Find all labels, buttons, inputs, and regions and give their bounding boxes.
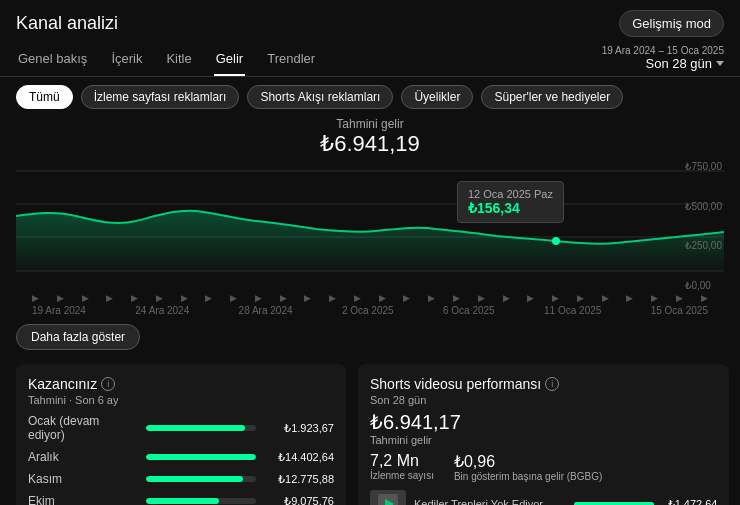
filter-superler[interactable]: Süper'ler ve hediyeler [481,85,623,109]
chart-area: Tahmini gelir ₺6.941,19 12 Oca 20 [0,117,740,318]
video-row-0: Kediler Trenleri Yok Ediyor ₺1.472,64 [370,490,717,505]
y-axis: ₺750,00 ₺500,00 ₺250,00 ₺0,00 [685,161,724,291]
filter-all[interactable]: Tümü [16,85,73,109]
shorts-stat-1: ₺0,96 Bin gösterim başına gelir (BGBG) [454,452,602,482]
earnings-title: Kazancınız i [28,376,334,392]
earnings-card: Kazancınız i Tahmini · Son 6 ay Ocak (de… [16,364,346,505]
shorts-big-value: ₺6.941,17 [370,410,717,434]
tab-trendler[interactable]: Trendler [265,43,317,76]
shorts-card: Shorts videosu performansı i Son 28 gün … [358,364,729,505]
advanced-mode-button[interactable]: Gelişmiş mod [619,10,724,37]
chart-tooltip: 12 Oca 2025 Paz ₺156,34 [457,181,564,223]
filter-izleme[interactable]: İzleme sayfası reklamları [81,85,240,109]
video-title-0: Kediler Trenleri Yok Ediyor [414,498,566,505]
tooltip-value: ₺156,34 [468,200,553,216]
earnings-row-3: Ekim ₺9.075,76 [28,494,334,505]
chart-wrapper: 12 Oca 2025 Paz ₺156,34 ₺750,00 ₺500,00 … [16,161,724,291]
earnings-info-icon[interactable]: i [101,377,115,391]
chevron-down-icon [716,61,724,66]
earnings-row-2: Kasım ₺12.775,88 [28,472,334,486]
show-more-button[interactable]: Daha fazla göster [16,324,140,350]
chart-main-value: ₺6.941,19 [16,131,724,157]
shorts-stat-0: 7,2 Mn İzlenme sayısı [370,452,434,482]
chart-label: Tahmini gelir [16,117,724,131]
shorts-subtitle: Son 28 gün [370,394,717,406]
tab-kitle[interactable]: Kitle [164,43,193,76]
date-range-small: 19 Ara 2024 – 15 Oca 2025 [602,45,724,56]
tab-genel-bakis[interactable]: Genel bakış [16,43,89,76]
filter-bar: Tümü İzleme sayfası reklamları Shorts Ak… [0,77,740,117]
shorts-stats-row: 7,2 Mn İzlenme sayısı ₺0,96 Bin gösterim… [370,452,717,482]
chart-svg [16,161,724,291]
earnings-subtitle: Tahmini · Son 6 ay [28,394,334,406]
tooltip-date: 12 Oca 2025 Paz [468,188,553,200]
nav-tabs: Genel bakış İçerik Kitle Gelir Trendler … [0,43,740,77]
video-thumb-0 [370,490,406,505]
tab-icerik[interactable]: İçerik [109,43,144,76]
filter-uyelikler[interactable]: Üyelikler [401,85,473,109]
video-amount-0: ₺1.472,64 [662,498,717,506]
filter-shorts-akisi[interactable]: Shorts Akışı reklamları [247,85,393,109]
tab-gelir[interactable]: Gelir [214,43,245,76]
shorts-info-icon[interactable]: i [545,377,559,391]
x-icons-row: ▶ ▶ ▶ ▶ ▶ ▶ ▶ ▶ ▶ ▶ ▶ ▶ ▶ ▶ ▶ ▶ ▶ ▶ ▶ ▶ … [16,293,724,303]
date-range-label: Son 28 gün [645,56,712,71]
earnings-row-1: Aralık ₺14.402,64 [28,450,334,464]
date-range-selector[interactable]: 19 Ara 2024 – 15 Oca 2025 Son 28 gün [602,45,724,75]
video-list: Kediler Trenleri Yok Ediyor ₺1.472,64 Bu… [370,490,717,505]
bottom-section: Kazancınız i Tahmini · Son 6 ay Ocak (de… [0,356,740,505]
shorts-big-label: Tahmini gelir [370,434,717,446]
page-title: Kanal analizi [16,13,118,34]
shorts-title: Shorts videosu performansı i [370,376,717,392]
earnings-row-0: Ocak (devam ediyor) ₺1.923,67 [28,414,334,442]
svg-point-4 [552,237,560,245]
x-axis: 19 Ara 2024 24 Ara 2024 28 Ara 2024 2 Oc… [16,303,724,318]
